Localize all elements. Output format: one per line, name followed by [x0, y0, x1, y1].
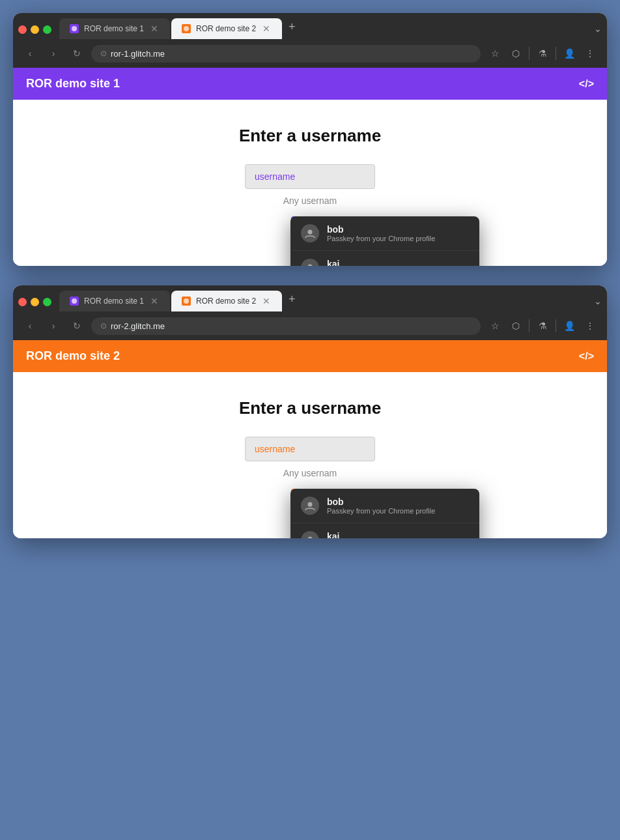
helper-text-1: Any usernam — [26, 196, 594, 206]
site-header-2: ROR demo site 2 </> — [13, 340, 607, 372]
back-button-2[interactable]: ‹ — [21, 317, 39, 335]
passkey-name-bob-1: bob — [327, 224, 435, 235]
username-input-2[interactable] — [245, 437, 375, 461]
input-wrapper-1 — [26, 164, 594, 189]
site-title-2: ROR demo site 2 — [26, 349, 120, 363]
passkey-dropdown-2: bob Passkey from your Chrome profile kai… — [290, 489, 479, 538]
svg-point-1 — [184, 26, 189, 31]
tab-2-label: ROR demo site 2 — [196, 24, 256, 33]
tab-favicon-1 — [70, 24, 79, 33]
tab-1-label: ROR demo site 1 — [84, 24, 144, 33]
passkey-info-kai-2: kai Passkey from your Chrome profile — [327, 531, 435, 538]
tab-favicon-4 — [182, 297, 191, 306]
titlebar-2: ROR demo site 1 ✕ ROR demo site 2 ✕ + ⌄ … — [13, 285, 607, 340]
passkey-avatar-kai-1 — [301, 259, 319, 266]
new-tab-button-1[interactable]: + — [283, 20, 301, 39]
address-actions-2: ☆ ⬡ ⚗ 👤 ⋮ — [486, 317, 599, 335]
code-icon-2[interactable]: </> — [579, 351, 594, 362]
passkey-item-bob-1[interactable]: bob Passkey from your Chrome profile — [290, 216, 479, 251]
page-content-1: Enter a username Any usernam S bob Passk… — [13, 100, 607, 266]
back-button-1[interactable]: ‹ — [21, 44, 39, 63]
browser-window-1: ROR demo site 1 ✕ ROR demo site 2 ✕ + ⌄ … — [13, 13, 607, 266]
profile-icon-1[interactable]: 👤 — [560, 44, 578, 63]
security-icon-1: ⊙ — [100, 49, 107, 58]
minimize-button-2[interactable] — [31, 298, 39, 306]
passkey-name-kai-1: kai — [327, 259, 435, 266]
maximize-button-1[interactable] — [43, 25, 51, 34]
passkey-info-bob-2: bob Passkey from your Chrome profile — [327, 497, 435, 515]
svg-point-8 — [72, 298, 77, 304]
window-controls-1 — [18, 25, 51, 39]
address-actions-1: ☆ ⬡ ⚗ 👤 ⋮ — [486, 44, 599, 63]
svg-point-11 — [308, 537, 313, 539]
tab-favicon-2 — [182, 24, 191, 33]
tab-2-site2[interactable]: ROR demo site 2 ✕ — [171, 291, 282, 311]
tab-4-close[interactable]: ✕ — [261, 296, 272, 306]
tab-2-site1[interactable]: ROR demo site 1 ✕ — [59, 291, 170, 311]
menu-icon-1[interactable]: ⋮ — [581, 44, 599, 63]
reload-button-1[interactable]: ↻ — [68, 44, 86, 63]
tab-bar-2: ROR demo site 1 ✕ ROR demo site 2 ✕ + ⌄ — [13, 285, 607, 311]
username-input-1[interactable] — [245, 164, 375, 189]
forward-button-2[interactable]: › — [44, 317, 63, 335]
tab-favicon-3 — [70, 297, 79, 306]
svg-point-2 — [308, 230, 313, 235]
extensions-icon-2[interactable]: ⬡ — [507, 317, 525, 335]
tab-2-close[interactable]: ✕ — [261, 23, 272, 34]
forward-button-1[interactable]: › — [44, 44, 63, 63]
passkey-item-kai-2[interactable]: kai Passkey from your Chrome profile — [290, 523, 479, 538]
minimize-button-1[interactable] — [31, 25, 39, 34]
divider-3 — [529, 319, 529, 332]
site-title-1: ROR demo site 1 — [26, 77, 120, 91]
tab-chevron-1: ⌄ — [594, 23, 602, 39]
passkey-dropdown-wrapper-1: S bob Passkey from your Chrome profile — [26, 216, 594, 240]
new-tab-button-2[interactable]: + — [283, 293, 301, 311]
site-header-1: ROR demo site 1 </> — [13, 68, 607, 100]
input-wrapper-2 — [26, 437, 594, 461]
flask-icon-1[interactable]: ⚗ — [533, 44, 552, 63]
passkey-item-kai-1[interactable]: kai Passkey from your Chrome profile — [290, 251, 479, 266]
tab-1-site1[interactable]: ROR demo site 1 ✕ — [59, 18, 170, 39]
passkey-avatar-bob-2 — [301, 497, 319, 515]
passkey-dropdown-wrapper-2: S bob Passkey from your Chrome profile — [26, 489, 594, 512]
passkey-sub-bob-1: Passkey from your Chrome profile — [327, 235, 435, 242]
svg-point-3 — [308, 265, 313, 267]
passkey-dropdown-1: bob Passkey from your Chrome profile kai… — [290, 216, 479, 266]
divider-4 — [556, 319, 556, 332]
passkey-sub-bob-2: Passkey from your Chrome profile — [327, 507, 435, 515]
extensions-icon-1[interactable]: ⬡ — [507, 44, 525, 63]
maximize-button-2[interactable] — [43, 298, 51, 306]
profile-icon-2[interactable]: 👤 — [560, 317, 578, 335]
tab-1-close[interactable]: ✕ — [149, 23, 160, 34]
window-controls-2 — [18, 298, 51, 311]
menu-icon-2[interactable]: ⋮ — [581, 317, 599, 335]
address-text-1: ror-1.glitch.me — [111, 49, 165, 59]
svg-point-0 — [72, 26, 77, 31]
passkey-info-kai-1: kai Passkey from your Chrome profile — [327, 259, 435, 266]
tab-1-site2[interactable]: ROR demo site 2 ✕ — [171, 18, 282, 39]
tab-3-label: ROR demo site 1 — [84, 297, 144, 306]
passkey-avatar-kai-2 — [301, 531, 319, 538]
star-icon-1[interactable]: ☆ — [486, 44, 504, 63]
browser-window-2: ROR demo site 1 ✕ ROR demo site 2 ✕ + ⌄ … — [13, 285, 607, 538]
svg-point-10 — [308, 502, 313, 507]
address-text-2: ror-2.glitch.me — [111, 321, 165, 331]
address-field-1[interactable]: ⊙ ror-1.glitch.me — [91, 45, 481, 63]
close-button-1[interactable] — [18, 25, 27, 34]
star-icon-2[interactable]: ☆ — [486, 317, 504, 335]
flask-icon-2[interactable]: ⚗ — [533, 317, 552, 335]
reload-button-2[interactable]: ↻ — [68, 317, 86, 335]
close-button-2[interactable] — [18, 298, 27, 306]
passkey-item-bob-2[interactable]: bob Passkey from your Chrome profile — [290, 489, 479, 523]
passkey-name-bob-2: bob — [327, 497, 435, 507]
tab-3-close[interactable]: ✕ — [149, 296, 160, 306]
svg-point-9 — [184, 298, 189, 304]
page-title-1: Enter a username — [26, 126, 594, 146]
passkey-name-kai-2: kai — [327, 531, 435, 538]
passkey-avatar-bob-1 — [301, 224, 319, 242]
addressbar-2: ‹ › ↻ ⊙ ror-2.glitch.me ☆ ⬡ ⚗ 👤 ⋮ — [13, 311, 607, 340]
code-icon-1[interactable]: </> — [579, 78, 594, 90]
address-field-2[interactable]: ⊙ ror-2.glitch.me — [91, 317, 481, 335]
page-content-2: Enter a username Any usernam S bob Passk… — [13, 372, 607, 538]
divider-2 — [556, 47, 556, 60]
